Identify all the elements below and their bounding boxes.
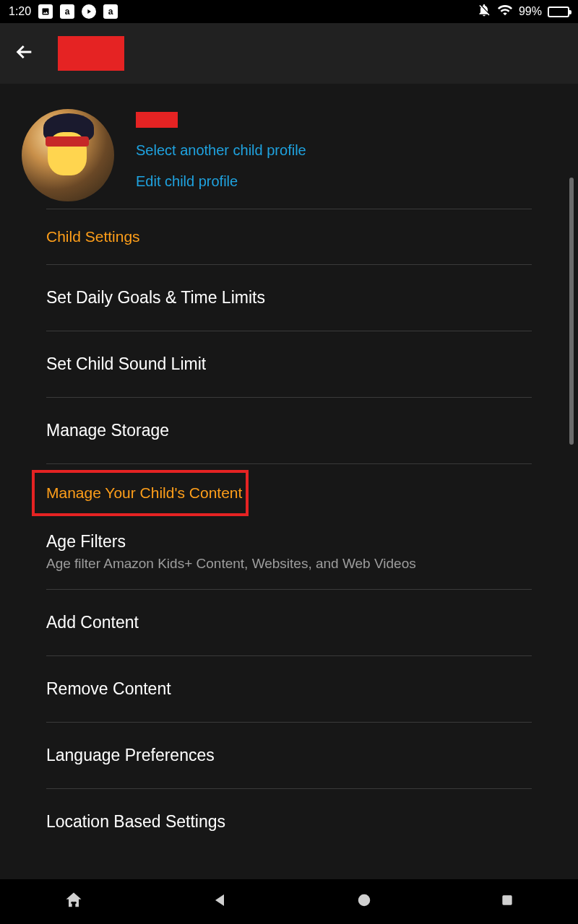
amazon-icon-2: a: [103, 4, 118, 19]
settings-list: Child Settings Set Daily Goals & Time Li…: [0, 209, 578, 839]
battery-icon: [548, 6, 569, 17]
child-settings-header: Child Settings: [46, 209, 532, 264]
list-item-label: Set Daily Goals & Time Limits: [46, 288, 532, 308]
nav-back-icon[interactable]: [212, 892, 229, 912]
page-title-redacted: [58, 36, 124, 71]
child-avatar[interactable]: [22, 109, 114, 201]
content-scroll[interactable]: Select another child profile Edit child …: [0, 84, 578, 879]
status-bar: 1:20 a a 99%: [0, 0, 578, 23]
manage-storage-item[interactable]: Manage Storage: [46, 398, 532, 463]
photos-icon: [38, 4, 53, 19]
nav-recent-icon[interactable]: [500, 893, 514, 910]
child-name-redacted: [136, 112, 178, 128]
svg-point-2: [358, 894, 371, 907]
language-preferences-item[interactable]: Language Preferences: [46, 723, 532, 788]
profile-section: Select another child profile Edit child …: [0, 84, 578, 209]
system-nav-bar: [0, 879, 578, 924]
nav-home-icon[interactable]: [64, 890, 84, 913]
remove-content-item[interactable]: Remove Content: [46, 656, 532, 722]
set-child-sound-limit-item[interactable]: Set Child Sound Limit: [46, 331, 532, 397]
list-item-label: Manage Storage: [46, 421, 532, 440]
list-item-sub: Age filter Amazon Kids+ Content, Website…: [46, 556, 532, 572]
list-item-label: Language Preferences: [46, 746, 532, 765]
edit-child-profile-link[interactable]: Edit child profile: [136, 173, 306, 190]
list-item-label: Set Child Sound Limit: [46, 354, 532, 374]
list-item-label: Location Based Settings: [46, 812, 532, 832]
play-icon: [82, 4, 96, 19]
svg-rect-3: [502, 895, 512, 905]
location-based-settings-item[interactable]: Location Based Settings: [46, 789, 532, 839]
manage-content-header: Manage Your Child's Content: [32, 470, 249, 516]
list-item-label: Add Content: [46, 613, 532, 632]
set-daily-goals-item[interactable]: Set Daily Goals & Time Limits: [46, 265, 532, 331]
dnd-icon: [477, 3, 491, 20]
scrollbar[interactable]: [569, 178, 574, 445]
select-another-profile-link[interactable]: Select another child profile: [136, 142, 306, 159]
list-item-label: Age Filters: [46, 532, 532, 552]
add-content-item[interactable]: Add Content: [46, 590, 532, 655]
amazon-icon: a: [60, 4, 74, 19]
age-filters-item[interactable]: Age Filters Age filter Amazon Kids+ Cont…: [46, 519, 532, 589]
app-bar: [0, 23, 578, 84]
status-time: 1:20: [9, 5, 31, 18]
list-item-label: Remove Content: [46, 679, 532, 699]
svg-point-1: [74, 902, 77, 904]
back-button[interactable]: [13, 40, 36, 66]
battery-percent: 99%: [519, 5, 542, 18]
wifi-icon: [497, 2, 513, 21]
svg-point-0: [71, 902, 73, 904]
nav-home-circle-icon[interactable]: [356, 892, 372, 911]
